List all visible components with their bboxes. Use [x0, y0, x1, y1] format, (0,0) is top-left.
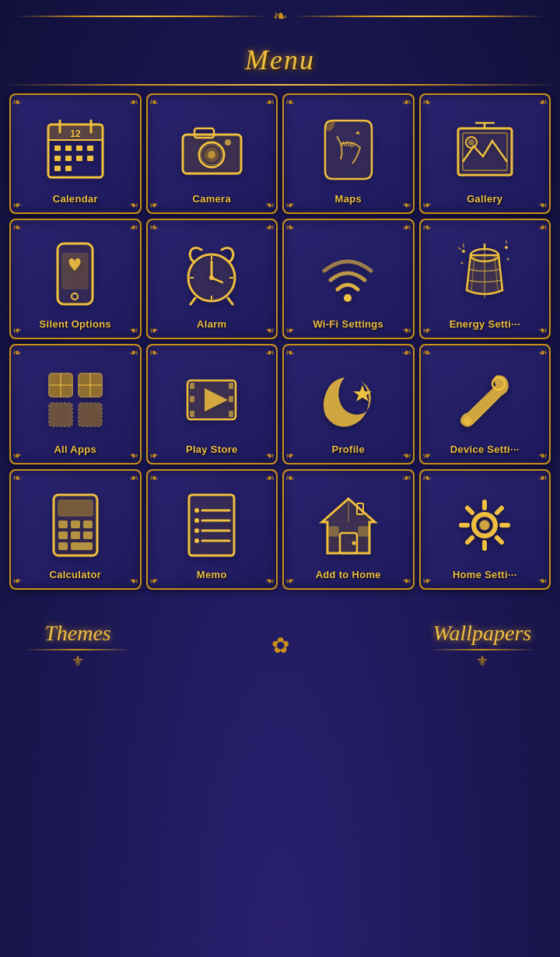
header-ornament-left: ❧	[273, 6, 287, 26]
corner-tr-ornament: ❧	[126, 222, 138, 234]
icon-add-to-home	[287, 486, 410, 564]
icon-memo	[151, 486, 274, 564]
corner-tl-ornament: ❧	[285, 222, 298, 234]
label-wifi-settings: Wi-Fi Settings	[313, 318, 383, 330]
corner-tl-ornament: ❧	[12, 472, 25, 485]
label-camera: Camera	[193, 193, 232, 205]
corner-tl-ornament: ❧	[149, 96, 162, 109]
svg-rect-6	[54, 145, 61, 151]
footer-wallpapers-fleur: ⚜	[476, 653, 488, 670]
grid-item-add-to-home[interactable]: ❧❧❧❧ Add to Home	[282, 469, 415, 590]
corner-tr-ornament: ❧	[126, 347, 138, 359]
label-calculator: Calculator	[49, 569, 101, 580]
corner-br-ornament: ❧	[262, 324, 275, 336]
icon-silent-options	[14, 236, 137, 314]
corner-bl-ornament: ❧	[422, 324, 435, 336]
header-title-area: Menu	[0, 30, 560, 84]
corner-br-ornament: ❧	[399, 324, 411, 336]
svg-line-116	[467, 538, 472, 542]
corner-tl-ornament: ❧	[285, 472, 298, 485]
corner-bl-ornament: ❧	[149, 574, 162, 587]
corner-tl-ornament: ❧	[12, 96, 25, 109]
svg-line-115	[497, 508, 502, 513]
corner-bl-ornament: ❧	[422, 449, 435, 461]
wallpapers-label[interactable]: Wallpapers	[433, 621, 532, 646]
svg-rect-8	[76, 145, 82, 151]
grid-item-all-apps[interactable]: ❧❧❧❧ All Apps	[9, 344, 142, 464]
footer-themes[interactable]: Themes ⚜	[23, 621, 132, 670]
corner-tr-ornament: ❧	[262, 96, 275, 109]
themes-label[interactable]: Themes	[44, 621, 111, 646]
grid-item-energy-settings[interactable]: ❧❧❧❧ Energy Setti···	[419, 219, 551, 339]
icon-gallery	[424, 110, 547, 188]
grid-item-play-store[interactable]: ❧❧❧❧ Play Store	[146, 344, 278, 464]
corner-tl-ornament: ❧	[149, 472, 162, 485]
label-gallery: Gallery	[467, 193, 502, 205]
corner-tl-ornament: ❧	[149, 347, 162, 359]
corner-bl-ornament: ❧	[285, 449, 298, 461]
grid-item-alarm[interactable]: ❧❧❧❧ Alarm	[146, 219, 278, 339]
grid-item-maps[interactable]: ❧❧❧❧ Map Maps	[282, 93, 415, 214]
grid-item-profile[interactable]: ❧❧❧❧ Profile	[282, 344, 415, 464]
label-energy-settings: Energy Setti···	[450, 318, 520, 330]
svg-line-113	[467, 508, 472, 513]
corner-br-ornament: ❧	[126, 324, 138, 336]
corner-bl-ornament: ❧	[285, 198, 298, 211]
header-border-right	[293, 16, 544, 17]
svg-point-53	[460, 262, 463, 265]
corner-br-ornament: ❧	[535, 324, 548, 336]
corner-bl-ornament: ❧	[12, 198, 25, 211]
grid-item-silent-options[interactable]: ❧❧❧❧ Silent Options	[9, 219, 142, 339]
corner-br-ornament: ❧	[399, 574, 411, 587]
svg-point-93	[194, 518, 199, 523]
grid-item-gallery[interactable]: ❧❧❧❧ Gallery	[419, 93, 551, 214]
corner-bl-ornament: ❧	[285, 324, 298, 336]
corner-tr-ornament: ❧	[399, 96, 411, 109]
corner-tl-ornament: ❧	[422, 96, 435, 109]
svg-rect-84	[58, 531, 68, 539]
corner-bl-ornament: ❧	[149, 449, 162, 461]
svg-rect-9	[87, 145, 93, 151]
header-border-left	[16, 16, 267, 17]
corner-tr-ornament: ❧	[262, 347, 275, 359]
corner-bl-ornament: ❧	[12, 449, 25, 461]
svg-rect-60	[49, 403, 72, 426]
grid-item-calendar[interactable]: ❧❧❧❧ 12 Calendar	[9, 93, 142, 214]
icon-maps: Map	[287, 110, 410, 188]
footer-wallpapers[interactable]: Wallpapers ⚜	[428, 621, 537, 670]
corner-bl-ornament: ❧	[12, 574, 25, 587]
svg-rect-90	[189, 495, 234, 556]
icon-all-apps	[14, 361, 137, 439]
grid-item-wifi-settings[interactable]: ❧❧❧❧ Wi-Fi Settings	[282, 219, 415, 339]
grid-item-camera[interactable]: ❧❧❧❧ Camera	[146, 93, 278, 214]
grid-item-home-settings[interactable]: ❧❧❧❧ Home Setti···	[419, 469, 551, 590]
grid-item-calculator[interactable]: ❧❧❧❧ Calculator	[9, 469, 142, 590]
corner-tr-ornament: ❧	[262, 472, 275, 485]
icon-energy-settings	[424, 236, 547, 314]
svg-rect-87	[58, 542, 68, 550]
svg-rect-73	[229, 411, 233, 417]
label-silent-options: Silent Options	[40, 318, 111, 330]
corner-br-ornament: ❧	[535, 574, 548, 587]
svg-rect-105	[329, 527, 338, 536]
corner-tr-ornament: ❧	[399, 472, 411, 485]
svg-rect-12	[76, 156, 82, 161]
svg-rect-70	[190, 411, 194, 417]
corner-bl-ornament: ❧	[422, 574, 435, 587]
grid-item-device-settings[interactable]: ❧❧❧❧ Device Setti···	[419, 344, 551, 464]
corner-br-ornament: ❧	[126, 449, 138, 461]
corner-tr-ornament: ❧	[126, 96, 138, 109]
svg-point-102	[352, 541, 355, 545]
footer: Themes ⚜ ✿ Wallpapers ⚜	[0, 605, 560, 685]
svg-rect-69	[190, 396, 194, 402]
svg-point-95	[194, 528, 199, 533]
corner-bl-ornament: ❧	[149, 198, 162, 211]
corner-tr-ornament: ❧	[399, 222, 411, 234]
corner-br-ornament: ❧	[262, 574, 275, 587]
svg-point-31	[468, 139, 474, 145]
svg-rect-72	[229, 396, 233, 402]
icon-profile	[287, 361, 410, 439]
svg-line-56	[458, 247, 461, 250]
grid-item-memo[interactable]: ❧❧❧❧ Memo	[146, 469, 278, 590]
svg-point-118	[480, 521, 489, 530]
